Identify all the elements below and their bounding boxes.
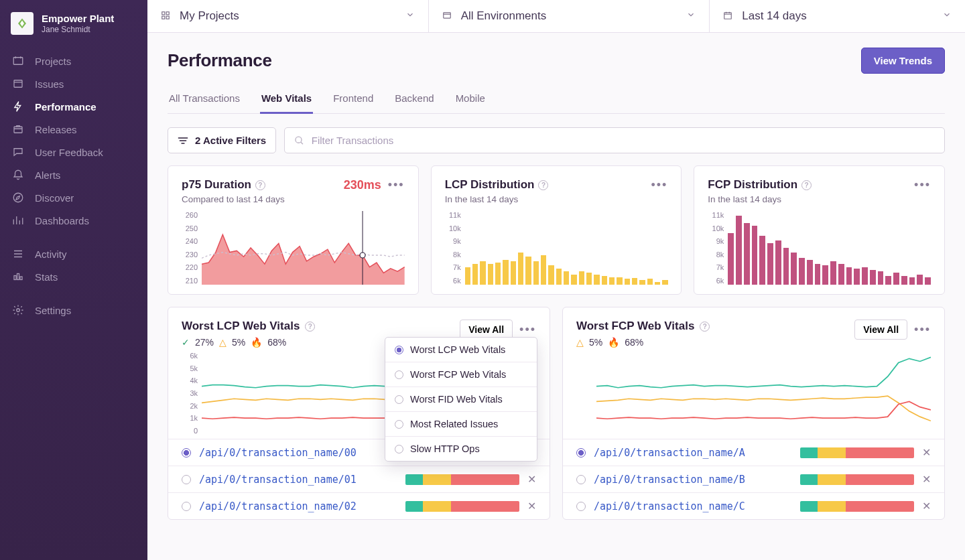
view-all-button[interactable]: View All <box>854 320 907 340</box>
sidebar: Empower Plant Jane Schmidt Projects Issu… <box>0 0 147 560</box>
radio-icon[interactable] <box>576 448 586 458</box>
ok-icon: ✓ <box>182 337 190 348</box>
chevron-down-icon <box>686 10 696 22</box>
sidebar-label: Dashboards <box>35 215 89 226</box>
help-icon[interactable]: ? <box>255 180 265 190</box>
help-icon[interactable]: ? <box>700 322 710 332</box>
card-menu-button[interactable]: ••• <box>519 323 536 337</box>
svg-rect-4 <box>14 276 16 280</box>
grid-icon <box>161 11 172 21</box>
svg-rect-9 <box>166 12 169 15</box>
projects-icon <box>11 55 25 67</box>
tab-backend[interactable]: Backend <box>393 86 435 113</box>
svg-rect-6 <box>20 277 22 280</box>
warn-icon: △ <box>576 337 584 348</box>
radio-icon[interactable] <box>182 448 191 458</box>
tab-all-transactions[interactable]: All Transactions <box>168 86 241 113</box>
table-row: /api/0/transaction_name/B ✕ <box>563 466 944 493</box>
help-icon[interactable]: ? <box>801 180 812 190</box>
active-filters-button[interactable]: 2 Active Filters <box>168 127 276 153</box>
radio-icon <box>395 420 403 429</box>
sidebar-item-settings[interactable]: Settings <box>0 299 147 322</box>
sidebar-item-dashboards[interactable]: Dashboards <box>0 209 147 232</box>
transaction-link[interactable]: /api/0/transaction_name/A <box>594 447 792 459</box>
transaction-list: /api/0/transaction_name/A ✕ /api/0/trans… <box>563 439 944 519</box>
svg-rect-1 <box>14 80 22 88</box>
popover-item[interactable]: Worst FCP Web Vitals <box>385 362 537 387</box>
releases-icon <box>11 123 25 135</box>
popover-item[interactable]: Slow HTTP Ops <box>385 437 537 461</box>
sidebar-label: Performance <box>35 101 96 113</box>
tab-mobile[interactable]: Mobile <box>454 86 487 113</box>
card-title: LCP Distribution <box>445 178 535 192</box>
brand[interactable]: Empower Plant Jane Schmidt <box>0 12 147 50</box>
transaction-link[interactable]: /api/0/transaction_name/00 <box>199 447 397 459</box>
stats-line: △5% 🔥68% <box>576 337 710 348</box>
search-input[interactable] <box>312 135 935 146</box>
fcp-distribution-card: FCP Distribution? In the last 14 days ••… <box>694 165 945 295</box>
fire-icon: 🔥 <box>608 337 619 348</box>
help-icon[interactable]: ? <box>538 180 548 190</box>
sidebar-item-issues[interactable]: Issues <box>0 72 147 95</box>
sidebar-label: Activity <box>35 249 67 260</box>
radio-icon[interactable] <box>182 502 191 511</box>
close-icon[interactable]: ✕ <box>922 446 931 459</box>
sidebar-item-releases[interactable]: Releases <box>0 118 147 141</box>
radio-icon[interactable] <box>576 502 586 511</box>
svg-rect-13 <box>724 13 732 19</box>
table-row: /api/0/transaction_name/A ✕ <box>563 439 944 466</box>
popover-item[interactable]: Worst FID Web Vitals <box>385 387 537 412</box>
card-title: FCP Distribution <box>708 178 797 192</box>
card-menu-button[interactable]: ••• <box>914 323 931 337</box>
popover-item[interactable]: Most Related Issues <box>385 412 537 437</box>
close-icon[interactable]: ✕ <box>922 500 931 512</box>
transaction-link[interactable]: /api/0/transaction_name/01 <box>199 474 397 486</box>
transaction-link[interactable]: /api/0/transaction_name/B <box>594 474 792 486</box>
card-title: Worst FCP Web Vitals <box>576 320 694 333</box>
tab-web-vitals[interactable]: Web Vitals <box>260 86 313 114</box>
card-subtitle: In the last 14 days <box>708 194 812 204</box>
view-trends-button[interactable]: View Trends <box>861 48 945 74</box>
sidebar-item-activity[interactable]: Activity <box>0 242 147 265</box>
card-menu-button[interactable]: ••• <box>388 178 405 192</box>
transaction-link[interactable]: /api/0/transaction_name/C <box>594 500 792 512</box>
environments-selector[interactable]: All Environments <box>429 0 710 32</box>
sidebar-item-performance[interactable]: Performance <box>0 95 147 118</box>
brand-logo-icon <box>11 12 34 35</box>
sidebar-item-user-feedback[interactable]: User Feedback <box>0 141 147 163</box>
sidebar-item-stats[interactable]: Stats <box>0 265 147 288</box>
worst-fcp-chart <box>596 352 931 435</box>
card-subtitle: In the last 14 days <box>445 194 549 204</box>
card-menu-button[interactable]: ••• <box>651 178 667 192</box>
popover-item[interactable]: Worst LCP Web Vitals <box>385 338 537 362</box>
card-menu-button[interactable]: ••• <box>914 178 931 192</box>
search-input-wrapper[interactable] <box>284 127 945 153</box>
y-axis-labels: 6k5k4k3k2k1k0 <box>182 352 202 435</box>
tab-frontend[interactable]: Frontend <box>332 86 375 113</box>
svg-rect-2 <box>14 127 22 133</box>
window-icon <box>442 11 453 21</box>
close-icon[interactable]: ✕ <box>922 473 931 486</box>
sidebar-label: User Feedback <box>35 147 103 158</box>
svg-rect-11 <box>166 16 169 19</box>
sidebar-item-discover[interactable]: Discover <box>0 186 147 209</box>
time-selector[interactable]: Last 14 days <box>710 0 965 32</box>
close-icon[interactable]: ✕ <box>527 473 536 486</box>
radio-icon[interactable] <box>182 475 191 484</box>
svg-point-3 <box>13 193 23 202</box>
lcp-chart <box>465 211 668 285</box>
sidebar-item-alerts[interactable]: Alerts <box>0 163 147 186</box>
radio-icon <box>395 370 403 379</box>
p75-duration-card: p75 Duration? Compared to last 14 days 2… <box>168 165 419 295</box>
help-icon[interactable]: ? <box>305 322 315 332</box>
worst-fcp-card: Worst FCP Web Vitals? △5% 🔥68% View All … <box>562 307 945 520</box>
svg-rect-5 <box>17 274 19 280</box>
projects-selector[interactable]: My Projects <box>147 0 429 32</box>
metric-popover: Worst LCP Web Vitals Worst FCP Web Vital… <box>385 337 537 462</box>
distribution-bar <box>800 447 914 458</box>
close-icon[interactable]: ✕ <box>527 500 536 512</box>
transaction-link[interactable]: /api/0/transaction_name/02 <box>199 500 397 512</box>
sidebar-item-projects[interactable]: Projects <box>0 50 147 72</box>
issues-icon <box>11 78 25 90</box>
radio-icon[interactable] <box>576 475 586 484</box>
